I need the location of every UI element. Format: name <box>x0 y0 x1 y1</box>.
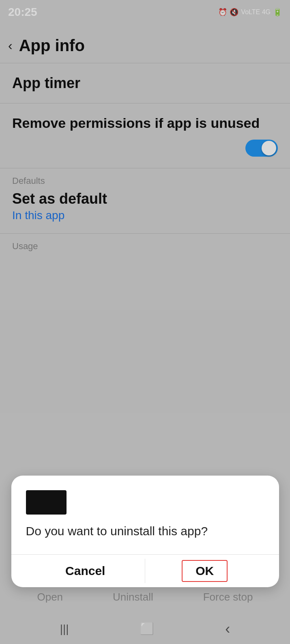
ok-button[interactable]: OK <box>182 560 228 582</box>
dialog-app-icon <box>26 490 67 515</box>
dialog-overlay: Do you want to uninstall this app? Cance… <box>0 0 290 644</box>
cancel-button[interactable]: Cancel <box>26 555 145 587</box>
dialog-buttons: Cancel OK <box>26 555 264 587</box>
dialog-message: Do you want to uninstall this app? <box>26 523 264 540</box>
ok-wrapper: OK <box>145 555 264 587</box>
uninstall-dialog: Do you want to uninstall this app? Cance… <box>11 476 279 587</box>
